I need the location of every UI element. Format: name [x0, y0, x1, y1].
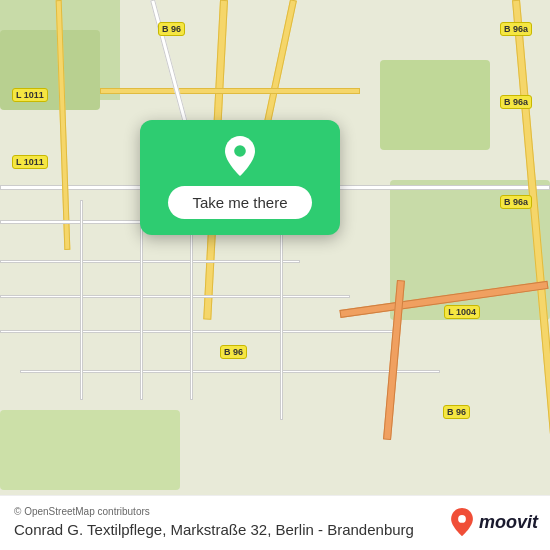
green-area-bottom — [0, 410, 180, 490]
badge-b96-topleft: B 96 — [158, 22, 185, 36]
road-horizontal-upper — [100, 88, 360, 94]
take-me-there-button[interactable]: Take me there — [168, 186, 311, 219]
badge-b96-bottom: B 96 — [443, 405, 470, 419]
svg-point-0 — [234, 145, 246, 157]
badge-b96a-midright: B 96a — [500, 195, 532, 209]
moovit-pin-icon — [448, 508, 476, 536]
road-grid-2 — [0, 260, 300, 263]
moovit-logo: moovit — [448, 508, 538, 536]
location-popup: Take me there — [140, 120, 340, 235]
badge-l1004: L 1004 — [444, 305, 480, 319]
badge-b96-mid: B 96 — [220, 345, 247, 359]
road-grid-4 — [0, 330, 400, 333]
badge-b96a-topright2: B 96a — [500, 95, 532, 109]
map-container: B 96 B 96a B 96a B 96a L 1011 L 1011 L 1… — [0, 0, 550, 550]
badge-l1011-mid: L 1011 — [12, 155, 48, 169]
badge-b96a-topright1: B 96a — [500, 22, 532, 36]
svg-point-1 — [458, 515, 466, 523]
road-vgrid-1 — [80, 200, 83, 400]
road-grid-5 — [20, 370, 440, 373]
badge-l1011-top: L 1011 — [12, 88, 48, 102]
moovit-brand-text: moovit — [479, 512, 538, 533]
green-area-park3 — [380, 60, 490, 150]
road-grid-3 — [0, 295, 350, 298]
location-pin-icon — [220, 136, 260, 176]
